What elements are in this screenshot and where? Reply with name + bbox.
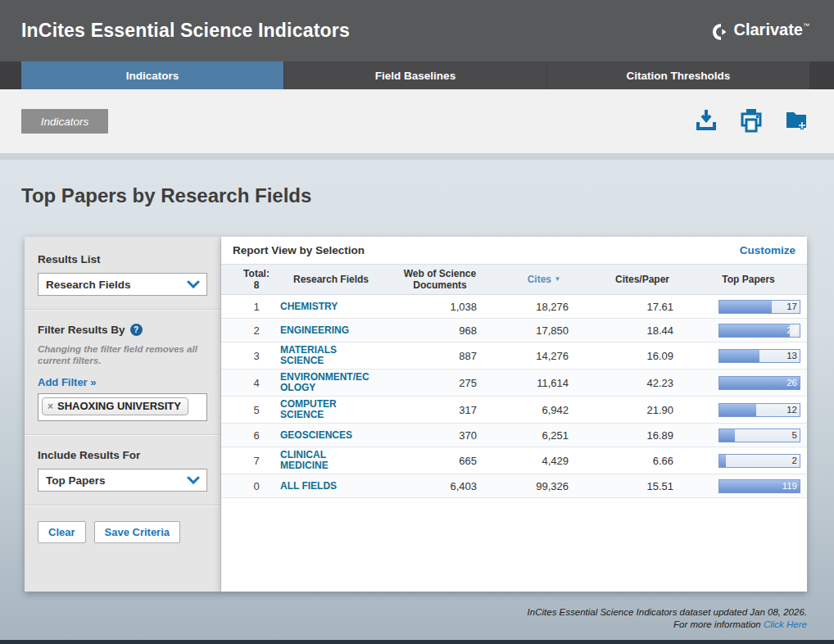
top-papers-bar-fill bbox=[719, 301, 772, 313]
research-field-link[interactable]: ENGINEERING bbox=[280, 325, 370, 336]
cites-value: 6,251 bbox=[498, 429, 590, 442]
table-row: 4ENVIRONMENT/ECOLOGY27511,61442.2326 bbox=[221, 370, 807, 397]
column-header-research-fields[interactable]: Research Fields bbox=[280, 274, 382, 285]
table-row: 1CHEMISTRY1,03818,27617.6117 bbox=[221, 295, 807, 319]
help-icon[interactable]: ? bbox=[130, 324, 143, 336]
top-papers-bar: 23 bbox=[718, 324, 800, 338]
row-rank: 2 bbox=[233, 324, 280, 337]
research-field-link[interactable]: CLINICAL MEDICINE bbox=[280, 450, 370, 471]
table-body: 1CHEMISTRY1,03818,27617.61172ENGINEERING… bbox=[221, 295, 807, 498]
click-here-link[interactable]: Click Here bbox=[764, 619, 807, 629]
add-filter-link[interactable]: Add Filter » bbox=[38, 376, 97, 388]
top-papers-cell: 26 bbox=[695, 376, 802, 390]
cites-value: 4,429 bbox=[498, 455, 590, 467]
top-papers-value: 12 bbox=[786, 405, 797, 415]
trademark-symbol: ™ bbox=[803, 22, 809, 29]
sidebar-divider bbox=[25, 434, 220, 436]
wos-documents-value: 6,403 bbox=[382, 480, 498, 492]
table-row: 6GEOSCIENCES3706,25116.895 bbox=[221, 424, 807, 447]
more-info-text: For more information Click Here bbox=[528, 619, 807, 631]
row-rank: 0 bbox=[233, 480, 280, 492]
active-filters-box: × SHAOXING UNIVERSITY bbox=[38, 393, 207, 421]
sidebar-divider bbox=[25, 505, 220, 506]
cites-per-paper-value: 42.23 bbox=[590, 377, 695, 389]
field-cell: MATERIALS SCIENCE bbox=[280, 345, 382, 366]
save-criteria-button[interactable]: Save Criteria bbox=[94, 521, 181, 543]
total-value: 8 bbox=[233, 279, 280, 291]
wos-documents-value: 317 bbox=[382, 404, 498, 416]
cites-per-paper-value: 15.51 bbox=[590, 480, 695, 492]
cites-value: 14,276 bbox=[498, 350, 590, 362]
results-list-select[interactable]: Research Fields bbox=[38, 273, 207, 296]
top-papers-bar-fill bbox=[719, 324, 790, 337]
top-papers-cell: 13 bbox=[695, 349, 802, 363]
dataset-updated-text: InCites Essential Science Indicators dat… bbox=[528, 606, 807, 619]
filter-tag-label: SHAOXING UNIVERSITY bbox=[57, 400, 181, 412]
row-rank: 6 bbox=[233, 429, 280, 442]
filter-tag[interactable]: × SHAOXING UNIVERSITY bbox=[42, 397, 188, 415]
breadcrumb[interactable]: Indicators bbox=[21, 109, 108, 134]
table-row: 5COMPUTER SCIENCE3176,94221.9012 bbox=[221, 397, 807, 424]
top-papers-value: 23 bbox=[786, 325, 797, 335]
research-field-link[interactable]: ENVIRONMENT/ECOLOGY bbox=[280, 372, 370, 393]
row-rank: 5 bbox=[233, 404, 280, 416]
sort-desc-icon: ▼ bbox=[554, 275, 560, 283]
cites-per-paper-value: 6.66 bbox=[590, 455, 695, 467]
tab-field-baselines[interactable]: Field Baselines bbox=[284, 61, 546, 89]
column-header-top-papers[interactable]: Top Papers bbox=[695, 274, 802, 285]
include-results-select[interactable]: Top Papers bbox=[38, 469, 207, 492]
top-papers-bar: 2 bbox=[718, 454, 800, 468]
field-cell: CHEMISTRY bbox=[280, 302, 382, 312]
cites-per-paper-value: 18.44 bbox=[590, 324, 695, 337]
top-papers-value: 2 bbox=[792, 456, 797, 465]
research-field-link[interactable]: CHEMISTRY bbox=[280, 302, 370, 312]
row-rank: 7 bbox=[233, 455, 280, 467]
tab-indicators[interactable]: Indicators bbox=[21, 61, 283, 89]
top-papers-cell: 12 bbox=[695, 403, 802, 417]
download-icon[interactable] bbox=[695, 107, 718, 134]
customize-link[interactable]: Customize bbox=[740, 244, 795, 256]
table-row: 0ALL FIELDS6,40399,32615.51119 bbox=[221, 474, 807, 498]
top-papers-cell: 17 bbox=[695, 300, 802, 314]
remove-filter-icon[interactable]: × bbox=[48, 401, 53, 412]
cites-value: 17,850 bbox=[498, 324, 590, 337]
table-header-row: Total: 8 Research Fields Web of Science … bbox=[221, 265, 807, 295]
chevron-down-icon bbox=[187, 280, 200, 288]
cites-value: 99,326 bbox=[498, 480, 590, 492]
filter-note: Changing the filter field removes all cu… bbox=[38, 343, 207, 366]
top-papers-bar-fill bbox=[719, 455, 726, 467]
toolbar: Indicators bbox=[0, 89, 834, 153]
top-papers-bar: 26 bbox=[718, 376, 800, 390]
field-cell: ENGINEERING bbox=[280, 325, 382, 336]
tab-citation-thresholds[interactable]: Citation Thresholds bbox=[547, 61, 809, 89]
field-cell: GEOSCIENCES bbox=[280, 430, 382, 441]
column-header-wos-documents[interactable]: Web of Science Documents bbox=[382, 268, 498, 291]
field-cell: COMPUTER SCIENCE bbox=[280, 399, 382, 420]
table-row: 3MATERIALS SCIENCE88714,27616.0913 bbox=[221, 342, 807, 370]
table-row: 2ENGINEERING96817,85018.4423 bbox=[221, 319, 807, 342]
report-panel: Report View by Selection Customize Total… bbox=[221, 237, 807, 592]
top-papers-cell: 23 bbox=[695, 324, 802, 338]
print-icon[interactable] bbox=[740, 107, 763, 134]
add-to-folder-icon[interactable] bbox=[785, 107, 808, 134]
cites-value: 18,276 bbox=[498, 301, 590, 313]
top-papers-bar-fill bbox=[719, 404, 756, 416]
top-papers-value: 26 bbox=[786, 378, 797, 388]
report-title: Report View by Selection bbox=[233, 244, 365, 256]
wos-documents-value: 275 bbox=[382, 377, 498, 389]
app-header: InCites Essential Science Indicators Cla… bbox=[0, 0, 834, 61]
research-field-link[interactable]: COMPUTER SCIENCE bbox=[280, 399, 370, 420]
row-rank: 4 bbox=[233, 377, 280, 389]
research-field-link[interactable]: ALL FIELDS bbox=[280, 481, 370, 492]
column-header-cites-per-paper[interactable]: Cites/Paper bbox=[590, 274, 695, 285]
top-papers-bar: 13 bbox=[718, 349, 800, 363]
page-title: Top Papers by Research Fields bbox=[0, 160, 834, 207]
column-header-cites[interactable]: Cites ▼ bbox=[498, 274, 590, 285]
top-papers-bar-fill bbox=[719, 350, 759, 362]
chevron-down-icon bbox=[187, 476, 200, 484]
research-field-link[interactable]: GEOSCIENCES bbox=[280, 430, 370, 441]
top-papers-bar-fill bbox=[719, 429, 735, 442]
research-field-link[interactable]: MATERIALS SCIENCE bbox=[280, 345, 370, 366]
field-cell: CLINICAL MEDICINE bbox=[280, 450, 382, 471]
clear-button[interactable]: Clear bbox=[38, 521, 86, 543]
